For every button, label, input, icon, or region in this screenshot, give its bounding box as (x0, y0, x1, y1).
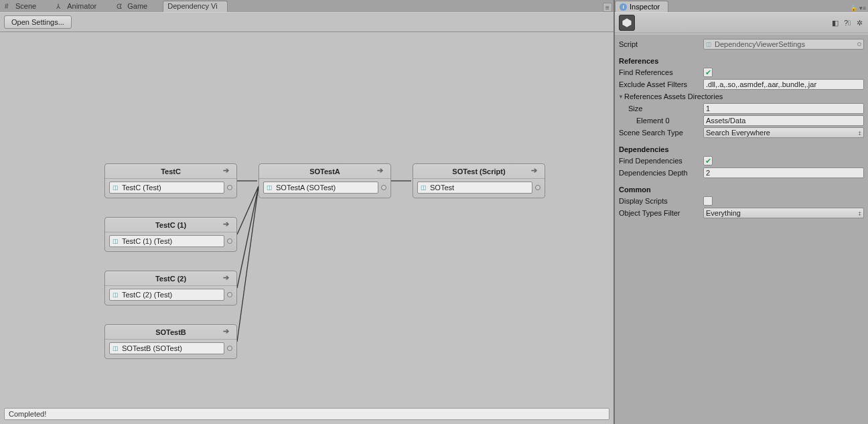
tab-scene[interactable]: # Scene (0, 1, 46, 12)
help-icon[interactable]: ?⃝ (843, 18, 852, 27)
arrow-right-icon: ➔ (223, 327, 231, 335)
node-header[interactable]: SOTest (Script) ➔ (413, 164, 545, 179)
tab-animator[interactable]: ⅄ Animator (52, 1, 106, 12)
tab-label: Inspector (630, 1, 660, 13)
unity-logo-icon (619, 15, 635, 31)
chevron-updown-icon: ‡ (859, 210, 861, 216)
node-title: TestC (161, 167, 181, 175)
deps-depth-label: Dependencies Depth (618, 169, 703, 177)
object-field[interactable]: ◫ SOTestB (SOTest) (109, 342, 224, 354)
status-text: Completed! (9, 410, 46, 418)
object-field[interactable]: ◫ SOTestA (SOTest) (263, 182, 378, 194)
display-scripts-label: Display Scripts (618, 197, 703, 205)
foldout-triangle-icon: ▼ (618, 94, 624, 100)
tab-menu-icon[interactable]: ▾≡ (859, 5, 867, 12)
node-header[interactable]: SOTestA ➔ (259, 164, 390, 179)
node-testc-1[interactable]: TestC (1) ➔ ◫ TestC (1) (Test) (104, 217, 237, 252)
tab-dependency-viewer[interactable]: Dependency Vi (163, 1, 227, 12)
scene-search-select[interactable]: Search Everywhere ‡ (703, 127, 864, 138)
object-field[interactable]: ◫ TestC (1) (Test) (109, 235, 224, 247)
graph-canvas[interactable]: TestC ➔ ◫ TestC (Test) TestC (1) ➔ (0, 32, 613, 408)
lock-icon[interactable]: 🔒 (849, 5, 857, 12)
scene-icon: # (5, 1, 13, 12)
node-sotestb[interactable]: SOTestB ➔ ◫ SOTestB (SOTest) (104, 324, 237, 359)
toolbar: Open Settings... (0, 12, 613, 32)
node-title: SOTest (Script) (452, 167, 505, 175)
exclude-filters-input[interactable] (703, 79, 864, 90)
asset-icon: ◫ (113, 291, 119, 298)
size-input[interactable] (703, 103, 864, 114)
layout-icon[interactable]: ◧ (830, 18, 840, 27)
inspector-body: Script ◫ DependencyViewerSettings Refere… (615, 33, 868, 424)
asset-icon: ◫ (113, 184, 119, 191)
arrow-right-icon: ➔ (223, 166, 231, 174)
gear-icon[interactable]: ✲ (855, 18, 864, 27)
asset-icon: ◫ (113, 238, 119, 244)
asset-icon: ◫ (706, 41, 712, 48)
object-field[interactable]: ◫ TestC (2) (Test) (109, 289, 224, 301)
tabbar-drag-area[interactable] (233, 1, 603, 12)
output-port[interactable] (227, 185, 232, 190)
tab-label: Game (127, 1, 147, 12)
inspector-tabbar: i Inspector 🔒 ▾≡ (615, 0, 868, 12)
connection-wires (0, 32, 613, 408)
game-icon: ᗧ (117, 1, 125, 12)
size-label: Size (618, 104, 703, 113)
node-sotesta[interactable]: SOTestA ➔ ◫ SOTestA (SOTest) (259, 163, 391, 198)
open-settings-button[interactable]: Open Settings... (4, 15, 72, 29)
node-header[interactable]: TestC (2) ➔ (105, 271, 236, 286)
select-value: Everything (706, 209, 741, 217)
asset-icon: ◫ (113, 345, 119, 352)
node-testc-2[interactable]: TestC (2) ➔ ◫ TestC (2) (Test) (104, 271, 237, 305)
find-deps-label: Find Dependencies (618, 157, 703, 165)
element0-input[interactable] (703, 115, 864, 126)
arrow-right-icon: ➔ (223, 220, 231, 228)
tab-label: Animator (67, 1, 96, 12)
node-header[interactable]: SOTestB ➔ (105, 325, 236, 340)
section-references: References (619, 57, 864, 65)
tab-game[interactable]: ᗧ Game (112, 1, 157, 12)
asset-icon: ◫ (421, 184, 427, 191)
script-field[interactable]: ◫ DependencyViewerSettings (703, 39, 864, 50)
scene-search-label: Scene Search Type (618, 129, 703, 137)
obj-types-label: Object Types Filter (618, 209, 703, 217)
object-field-text: TestC (2) (Test) (122, 291, 172, 299)
select-value: Search Everywhere (706, 129, 770, 137)
animator-icon: ⅄ (56, 1, 64, 12)
output-port[interactable] (535, 185, 540, 190)
inspector-panel: i Inspector 🔒 ▾≡ ◧ ?⃝ ✲ Script (615, 0, 868, 424)
node-testc[interactable]: TestC ➔ ◫ TestC (Test) (104, 163, 237, 198)
tab-label: Scene (15, 1, 36, 12)
node-header[interactable]: TestC (1) ➔ (105, 218, 236, 232)
output-port[interactable] (227, 346, 232, 351)
status-bar: Completed! (4, 408, 609, 420)
ref-dirs-label: References Assets Directories (624, 92, 723, 100)
tabbar-menu-button[interactable]: ≡ (603, 3, 612, 12)
node-title: SOTestA (309, 167, 340, 175)
node-sotest[interactable]: SOTest (Script) ➔ ◫ SOTest (413, 163, 545, 198)
svg-line-4 (237, 186, 259, 342)
output-port[interactable] (381, 185, 386, 190)
tab-label: Dependency Vi (167, 1, 217, 12)
object-field[interactable]: ◫ SOTest (417, 182, 532, 194)
chevron-updown-icon: ‡ (859, 130, 861, 136)
find-references-checkbox[interactable]: ✔ (703, 68, 713, 77)
output-port[interactable] (227, 238, 232, 244)
tab-inspector[interactable]: i Inspector (615, 1, 668, 12)
output-port[interactable] (227, 292, 232, 297)
find-deps-checkbox[interactable]: ✔ (703, 156, 713, 165)
object-field-text: SOTestB (SOTest) (122, 344, 182, 352)
display-scripts-checkbox[interactable] (703, 196, 713, 206)
main-panel: # Scene ⅄ Animator ᗧ Game Dependency Vi … (0, 0, 615, 424)
object-picker-icon[interactable] (857, 42, 861, 46)
obj-types-select[interactable]: Everything ‡ (703, 208, 864, 218)
ref-dirs-foldout[interactable]: ▼ References Assets Directories (618, 90, 864, 102)
deps-depth-input[interactable] (703, 167, 864, 178)
svg-line-3 (237, 186, 259, 288)
inspector-header: ◧ ?⃝ ✲ (615, 12, 868, 33)
object-field[interactable]: ◫ TestC (Test) (109, 182, 224, 194)
script-label: Script (618, 40, 703, 48)
node-header[interactable]: TestC ➔ (105, 164, 236, 179)
element0-label: Element 0 (618, 117, 703, 125)
node-title: TestC (1) (155, 221, 186, 229)
